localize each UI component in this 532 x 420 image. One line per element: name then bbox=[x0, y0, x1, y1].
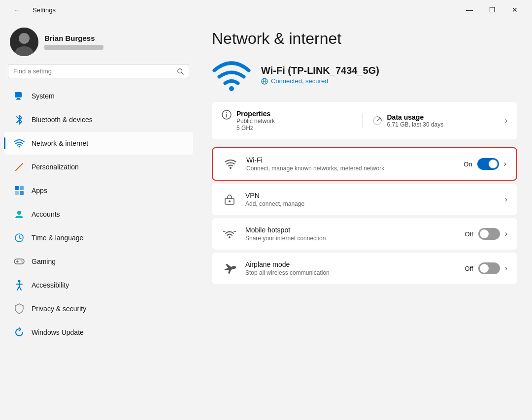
data-usage-icon bbox=[372, 116, 382, 126]
airplane-toggle-knob bbox=[480, 264, 489, 273]
sidebar-item-accounts-label: Accounts bbox=[32, 210, 60, 218]
wifi-setting-card[interactable]: Wi-Fi Connect, manage known networks, me… bbox=[212, 147, 517, 181]
vpn-setting-row[interactable]: VPN Add, connect, manage › bbox=[212, 184, 517, 215]
maximize-button[interactable]: ❐ bbox=[481, 2, 503, 18]
sidebar-item-personalization-label: Personalization bbox=[32, 163, 79, 171]
svg-rect-12 bbox=[20, 191, 24, 195]
network-icon bbox=[14, 138, 25, 149]
vpn-setting-card[interactable]: VPN Add, connect, manage › bbox=[212, 184, 517, 215]
wifi-status-text: Connected, secured bbox=[271, 77, 328, 85]
avatar-image bbox=[10, 28, 38, 56]
hotspot-setting-card[interactable]: Mobile hotspot Share your internet conne… bbox=[212, 218, 517, 250]
hotspot-setting-row[interactable]: Mobile hotspot Share your internet conne… bbox=[212, 218, 517, 250]
svg-rect-9 bbox=[15, 186, 19, 190]
sidebar-item-time[interactable]: Time & language bbox=[4, 226, 193, 249]
data-usage-section[interactable]: Data usage 6.71 GB, last 30 days › bbox=[362, 113, 508, 128]
bluetooth-icon bbox=[14, 114, 25, 125]
sidebar-item-gaming-label: Gaming bbox=[32, 258, 56, 265]
wifi-toggle-knob bbox=[489, 160, 498, 168]
svg-point-1 bbox=[19, 33, 30, 44]
svg-point-33 bbox=[226, 112, 227, 113]
airplane-toggle-label: Off bbox=[465, 265, 473, 272]
sidebar-item-personalization[interactable]: Personalization bbox=[4, 156, 193, 178]
svg-point-21 bbox=[22, 261, 23, 262]
titlebar-left: ← Settings bbox=[6, 2, 56, 18]
sidebar-item-bluetooth[interactable]: Bluetooth & devices bbox=[4, 108, 193, 131]
wifi-name: Wi-Fi (TP-LINK_7434_5G) bbox=[261, 65, 379, 76]
sidebar-item-accessibility[interactable]: Accessibility bbox=[4, 274, 193, 296]
svg-rect-10 bbox=[20, 186, 24, 190]
wifi-setting-right: On › bbox=[464, 158, 506, 170]
svg-point-8 bbox=[19, 146, 20, 148]
titlebar: ← Settings — ❐ ✕ bbox=[0, 0, 532, 20]
sidebar-item-network[interactable]: Network & internet bbox=[4, 132, 193, 155]
personalization-icon bbox=[14, 162, 25, 172]
time-icon bbox=[14, 232, 25, 243]
airplane-setting-card[interactable]: Airplane mode Stop all wireless communic… bbox=[212, 253, 517, 284]
sidebar-item-update[interactable]: Windows Update bbox=[4, 321, 193, 344]
globe-icon bbox=[261, 78, 268, 85]
properties-text: Properties Public network 5 GHz bbox=[236, 110, 275, 131]
wifi-setting-icon bbox=[223, 156, 238, 172]
hotspot-toggle-label: Off bbox=[465, 230, 473, 238]
airplane-toggle[interactable] bbox=[478, 262, 500, 274]
search-icon bbox=[177, 68, 184, 75]
data-usage-amount: 6.71 GB, last 30 days bbox=[387, 121, 444, 128]
svg-line-25 bbox=[17, 287, 19, 290]
sidebar-item-bluetooth-label: Bluetooth & devices bbox=[32, 116, 93, 124]
svg-rect-5 bbox=[15, 92, 22, 97]
sidebar-item-accounts[interactable]: Accounts bbox=[4, 203, 193, 226]
search-input[interactable] bbox=[13, 67, 173, 75]
hotspot-setting-text: Mobile hotspot Share your internet conne… bbox=[245, 226, 457, 242]
sidebar-item-gaming[interactable]: Gaming bbox=[4, 250, 193, 273]
hotspot-right: Off › bbox=[465, 228, 507, 240]
airplane-subtitle: Stop all wireless communication bbox=[245, 269, 457, 276]
sidebar-item-system[interactable]: System bbox=[4, 85, 193, 107]
app-body: Brian Burgess bbox=[0, 20, 532, 420]
svg-rect-11 bbox=[15, 191, 19, 195]
accessibility-icon bbox=[14, 280, 25, 291]
sidebar-item-apps[interactable]: Apps bbox=[4, 179, 193, 202]
data-usage-text: Data usage 6.71 GB, last 30 days bbox=[387, 113, 444, 128]
properties-network-type: Public network bbox=[236, 118, 275, 125]
titlebar-controls: — ❐ ✕ bbox=[458, 2, 526, 18]
svg-line-16 bbox=[19, 238, 21, 239]
page-title: Network & internet bbox=[212, 30, 517, 48]
hotspot-toggle[interactable] bbox=[478, 228, 500, 240]
minimize-button[interactable]: — bbox=[458, 2, 481, 18]
svg-point-38 bbox=[229, 236, 231, 238]
svg-point-37 bbox=[229, 200, 231, 202]
wifi-toggle[interactable] bbox=[477, 158, 499, 170]
airplane-chevron: › bbox=[505, 264, 507, 273]
svg-rect-7 bbox=[16, 99, 21, 100]
sidebar: Brian Burgess bbox=[0, 20, 197, 420]
vpn-title: VPN bbox=[245, 192, 497, 199]
properties-section[interactable]: Properties Public network 5 GHz bbox=[222, 110, 357, 131]
wifi-setting-title: Wi-Fi bbox=[246, 156, 456, 164]
gaming-icon bbox=[14, 256, 25, 267]
airplane-setting-text: Airplane mode Stop all wireless communic… bbox=[245, 260, 457, 276]
airplane-right: Off › bbox=[465, 262, 507, 274]
airplane-title: Airplane mode bbox=[245, 260, 457, 268]
hotspot-icon bbox=[222, 226, 237, 242]
wifi-setting-subtitle: Connect, manage known networks, metered … bbox=[246, 165, 456, 172]
properties-frequency: 5 GHz bbox=[236, 125, 275, 131]
search-box[interactable] bbox=[8, 64, 189, 78]
sidebar-item-accessibility-label: Accessibility bbox=[32, 281, 69, 289]
svg-rect-17 bbox=[14, 259, 24, 264]
wifi-large-icon bbox=[212, 58, 251, 92]
hotspot-subtitle: Share your internet connection bbox=[245, 235, 457, 242]
user-profile: Brian Burgess bbox=[0, 20, 197, 62]
svg-point-35 bbox=[230, 167, 232, 169]
close-button[interactable]: ✕ bbox=[503, 2, 526, 18]
airplane-setting-row[interactable]: Airplane mode Stop all wireless communic… bbox=[212, 253, 517, 284]
titlebar-title: Settings bbox=[33, 6, 56, 14]
back-button[interactable]: ← bbox=[6, 2, 29, 18]
sidebar-item-privacy[interactable]: Privacy & security bbox=[4, 297, 193, 320]
vpn-subtitle: Add, connect, manage bbox=[245, 200, 497, 207]
vpn-chevron: › bbox=[505, 195, 507, 204]
data-usage-chevron: › bbox=[505, 116, 507, 125]
svg-point-22 bbox=[18, 280, 21, 283]
apps-icon bbox=[14, 185, 25, 196]
svg-rect-6 bbox=[17, 98, 20, 99]
